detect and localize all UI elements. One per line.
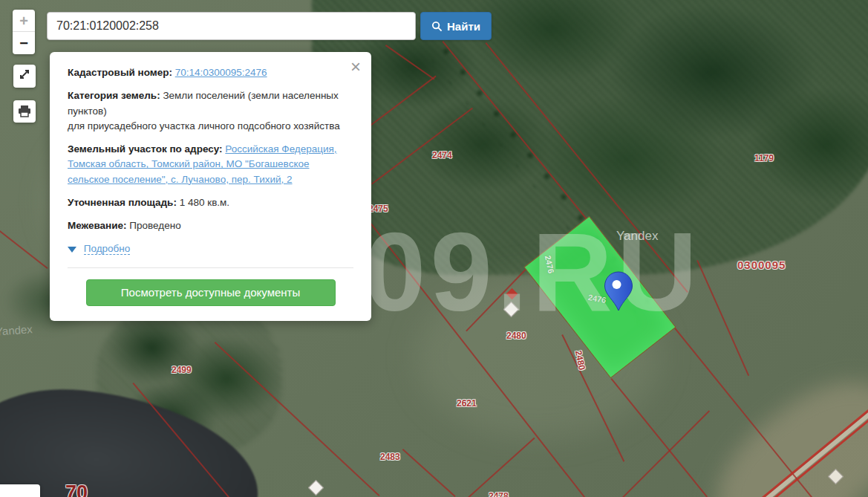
details-link[interactable]: Подробно bbox=[84, 243, 131, 255]
parcel-label: 2499 bbox=[172, 365, 192, 375]
road-surface bbox=[766, 411, 868, 497]
map-pin[interactable] bbox=[603, 270, 634, 312]
printer-icon bbox=[18, 105, 31, 117]
road-boundary-line bbox=[762, 409, 868, 497]
search-input[interactable] bbox=[47, 12, 416, 40]
cutoff-control-button[interactable] bbox=[0, 484, 40, 497]
parcel-label-rotated: 2480 bbox=[573, 349, 587, 371]
map-pin-icon bbox=[603, 270, 634, 312]
expand-diagonal-icon bbox=[19, 68, 30, 80]
boundary-line bbox=[466, 267, 529, 332]
building-marker bbox=[503, 302, 519, 317]
zoom-control: + − bbox=[13, 10, 35, 54]
caret-down-icon bbox=[68, 247, 76, 253]
fullscreen-button[interactable] bbox=[13, 65, 36, 88]
search-icon bbox=[431, 21, 443, 32]
land-category-label: Категория земель: bbox=[68, 90, 160, 101]
land-use-value: для приусадебного участка личного подсоб… bbox=[68, 120, 340, 131]
parcel-info-popup: × Кадастровый номер: 70:14:0300095:2476 … bbox=[50, 52, 371, 321]
area-label: Уточненная площадь: bbox=[68, 197, 177, 208]
selected-parcel-highlight[interactable] bbox=[523, 216, 676, 379]
boundary-line bbox=[610, 378, 708, 497]
boundary-line bbox=[0, 230, 48, 269]
print-button[interactable] bbox=[13, 100, 36, 123]
cadastral-number-label: Кадастровый номер: bbox=[68, 67, 172, 78]
find-button-label: Найти bbox=[447, 20, 480, 33]
address-label: Земельный участок по адресу: bbox=[68, 143, 223, 155]
popup-divider bbox=[68, 267, 353, 268]
boundary-line bbox=[369, 76, 437, 127]
land-category-row: Категория земель: Земли поселений (земли… bbox=[68, 88, 353, 134]
region-label-cutoff: 70 bbox=[65, 481, 88, 497]
cadastral-quarter-label: 0300095 bbox=[737, 259, 786, 271]
boundary-line bbox=[371, 108, 473, 185]
cadastral-number-row: Кадастровый номер: 70:14:0300095:2476 bbox=[68, 65, 353, 80]
parcel-label: 2621 bbox=[457, 398, 477, 409]
lake bbox=[0, 379, 267, 497]
boundary-line bbox=[468, 438, 535, 497]
road-boundary-line bbox=[772, 415, 868, 497]
close-icon[interactable]: × bbox=[350, 58, 361, 76]
dirt-patch bbox=[691, 354, 868, 497]
survey-value: Проведено bbox=[129, 220, 180, 231]
zoom-in-button[interactable]: + bbox=[13, 10, 35, 32]
survey-row: Межевание: Проведено bbox=[68, 218, 353, 233]
details-row: Подробно bbox=[68, 241, 353, 256]
building-marker bbox=[308, 480, 324, 496]
parcel-label: 2474 bbox=[432, 150, 452, 160]
parcel-label: 2480 bbox=[506, 331, 526, 341]
forest-texture-left bbox=[97, 301, 282, 457]
cadastral-number-link[interactable]: 70:14:0300095:2476 bbox=[175, 67, 267, 78]
yandex-watermark: Yandex bbox=[616, 229, 658, 244]
cadastral-map-app: 2476 2476 09.RU Yandex Yandex 2474 2475 … bbox=[0, 0, 868, 497]
boundary-line bbox=[696, 260, 749, 376]
parcel-label: 2483 bbox=[380, 452, 400, 462]
parcel-label: 2478 bbox=[489, 491, 509, 497]
area-row: Уточненная площадь: 1 480 кв.м. bbox=[68, 195, 353, 210]
boundary-line bbox=[385, 45, 435, 80]
boundary-line bbox=[402, 449, 456, 497]
survey-label: Межевание: bbox=[68, 220, 127, 231]
yandex-watermark-secondary: Yandex bbox=[0, 322, 33, 337]
parcel-label: 1179 bbox=[754, 153, 774, 163]
building-roof-marker bbox=[506, 288, 518, 300]
area-value: 1 480 кв.м. bbox=[180, 197, 229, 208]
boundary-line bbox=[215, 342, 380, 496]
boundary-line bbox=[622, 410, 710, 497]
address-row: Земельный участок по адресу: Российская … bbox=[68, 142, 353, 187]
parcel-label: 2475 bbox=[368, 204, 388, 214]
find-button[interactable]: Найти bbox=[420, 12, 492, 40]
zoom-out-button[interactable]: − bbox=[13, 32, 35, 54]
view-documents-button[interactable]: Посмотреть доступные документы bbox=[86, 279, 336, 306]
building-marker bbox=[828, 469, 843, 484]
boundary-line bbox=[132, 383, 229, 497]
